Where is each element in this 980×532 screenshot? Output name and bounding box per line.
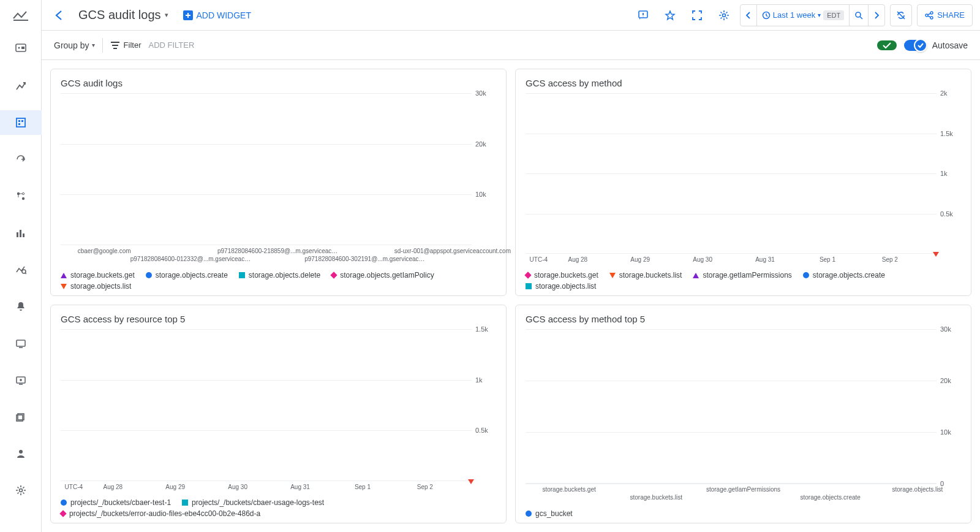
svg-point-25 — [930, 12, 933, 14]
svg-rect-3 — [17, 118, 25, 127]
chart-title: GCS audit logs — [61, 78, 496, 88]
time-prev-button[interactable] — [741, 5, 757, 26]
save-status-badge — [877, 40, 897, 50]
gear-icon[interactable] — [713, 4, 735, 26]
legend-item[interactable]: storage.objects.create — [146, 271, 228, 279]
legend-item[interactable]: storage.objects.list — [526, 282, 596, 291]
svg-point-24 — [856, 12, 861, 17]
chart-card-gcs-access-by-method: GCS access by method 2k1.5k1k0.5k UTC-4A… — [515, 69, 971, 296]
product-logo-icon — [12, 7, 29, 25]
svg-point-19 — [19, 489, 22, 492]
autorefresh-off-icon[interactable] — [890, 4, 912, 26]
legend-item[interactable]: projects/_/buckets/cbaer-usage-logs-test — [182, 498, 324, 507]
y-axis: 30k20k10k — [472, 93, 496, 245]
y-axis: 30k20k10k0 — [937, 329, 961, 484]
legend-item[interactable]: storage.buckets.get — [61, 271, 135, 279]
chart-card-gcs-access-by-method-top5: GCS access by method top 5 30k20k10k0 st… — [515, 305, 971, 523]
group-by-dropdown[interactable]: Group by ▾ — [54, 40, 95, 50]
top-bar: GCS audit logs ▾ ADD WIDGET Last 1 week … — [42, 0, 980, 31]
nav-dashboards-icon[interactable] — [0, 110, 42, 135]
chart-card-gcs-audit-logs: GCS audit logs 30k20k10k cbaer@google.co… — [50, 69, 507, 296]
legend-item[interactable]: storage.objects.getIamPolicy — [331, 271, 434, 279]
y-axis: 2k1.5k1k0.5k — [937, 93, 961, 254]
svg-rect-2 — [21, 47, 24, 49]
chart-legend: gcs_bucket — [526, 509, 961, 518]
svg-point-22 — [722, 13, 725, 17]
x-axis: UTC-4Aug 28Aug 29Aug 30Aug 31Sep 1Sep 2 — [526, 256, 961, 265]
back-button[interactable] — [49, 5, 70, 26]
nav-synthetic-icon[interactable] — [6, 368, 36, 392]
chart-title: GCS access by method top 5 — [526, 314, 961, 324]
svg-point-8 — [21, 197, 24, 200]
legend-item[interactable]: storage.buckets.list — [609, 271, 682, 279]
zoom-icon[interactable] — [850, 5, 869, 26]
chart-plot-area[interactable] — [61, 329, 472, 481]
star-icon[interactable] — [659, 4, 681, 26]
nav-alerts-icon[interactable] — [6, 294, 36, 319]
chart-title: GCS access by method — [526, 78, 961, 88]
add-widget-button[interactable]: ADD WIDGET — [177, 7, 257, 24]
nav-metrics-icon[interactable] — [6, 74, 36, 98]
legend-item[interactable]: storage.objects.list — [61, 282, 131, 291]
svg-point-9 — [22, 192, 24, 194]
svg-rect-4 — [18, 120, 20, 122]
left-nav-rail — [0, 0, 42, 532]
nav-bars-icon[interactable] — [6, 221, 36, 245]
nav-overview-icon[interactable] — [6, 37, 36, 61]
caret-down-icon: ▾ — [165, 11, 168, 19]
time-range-picker[interactable]: Last 1 week ▾ EDT — [757, 5, 850, 26]
svg-rect-14 — [17, 340, 25, 346]
filter-button[interactable]: Filter — [110, 40, 141, 50]
legend-item[interactable]: storage.buckets.get — [526, 271, 598, 279]
share-button[interactable]: SHARE — [917, 4, 973, 26]
legend-item[interactable]: storage.getIamPermissions — [693, 271, 791, 279]
nav-uptime-icon[interactable] — [6, 331, 36, 355]
legend-item[interactable]: projects/_/buckets/cbaer-test-1 — [61, 498, 171, 507]
nav-settings-icon[interactable] — [6, 478, 36, 503]
chart-plot-area[interactable] — [526, 93, 937, 254]
svg-point-27 — [930, 17, 933, 19]
feedback-icon[interactable] — [632, 4, 654, 26]
x-axis: cbaer@google.comp971828084600-012332@...… — [61, 248, 496, 265]
chart-card-gcs-access-by-resource-top5: GCS access by resource top 5 1.5k1k0.5k … — [50, 305, 507, 523]
chart-plot-area[interactable] — [526, 329, 937, 484]
nav-services-icon[interactable] — [6, 147, 36, 172]
chart-legend: projects/_/buckets/cbaer-test-1projects/… — [61, 498, 496, 518]
svg-point-18 — [19, 450, 23, 454]
svg-rect-6 — [18, 123, 20, 125]
nav-slo-icon[interactable] — [6, 184, 36, 208]
x-axis: UTC-4Aug 28Aug 29Aug 30Aug 31Sep 1Sep 2 — [61, 484, 496, 492]
dashboard-grid: GCS audit logs 30k20k10k cbaer@google.co… — [42, 60, 980, 532]
time-next-button[interactable] — [869, 5, 884, 26]
svg-point-7 — [17, 192, 19, 195]
svg-point-1 — [18, 47, 20, 49]
x-axis: storage.buckets.getstorage.buckets.lists… — [526, 486, 961, 503]
svg-rect-12 — [23, 234, 24, 237]
legend-item[interactable]: storage.objects.create — [803, 271, 885, 279]
chart-title: GCS access by resource top 5 — [61, 314, 496, 324]
y-axis: 1.5k1k0.5k — [472, 329, 496, 481]
fullscreen-icon[interactable] — [686, 4, 708, 26]
divider — [102, 38, 103, 53]
timezone-badge: EDT — [823, 10, 844, 20]
svg-rect-10 — [17, 232, 18, 237]
filter-bar: Group by ▾ Filter ADD FILTER Autosave — [42, 31, 980, 60]
time-range-control: Last 1 week ▾ EDT — [740, 4, 885, 26]
chart-plot-area[interactable] — [61, 93, 472, 245]
chart-legend: storage.buckets.getstorage.objects.creat… — [61, 271, 496, 291]
legend-item[interactable]: storage.objects.delete — [239, 271, 320, 279]
svg-point-26 — [925, 14, 928, 17]
nav-explore-icon[interactable] — [6, 257, 36, 282]
add-filter-button[interactable]: ADD FILTER — [148, 40, 194, 50]
svg-rect-5 — [21, 120, 23, 122]
nav-groups-icon[interactable] — [6, 405, 36, 429]
autosave-toggle[interactable]: Autosave — [904, 40, 968, 51]
nav-user-icon[interactable] — [6, 441, 36, 466]
legend-item[interactable]: gcs_bucket — [526, 509, 573, 518]
svg-rect-11 — [20, 230, 21, 237]
legend-item[interactable]: projects/_/buckets/error-audio-files-ebe… — [61, 509, 260, 518]
dashboard-title-dropdown[interactable]: GCS audit logs ▾ — [75, 6, 172, 25]
dashboard-title: GCS audit logs — [78, 8, 161, 22]
chart-legend: storage.buckets.getstorage.buckets.lists… — [526, 271, 961, 291]
